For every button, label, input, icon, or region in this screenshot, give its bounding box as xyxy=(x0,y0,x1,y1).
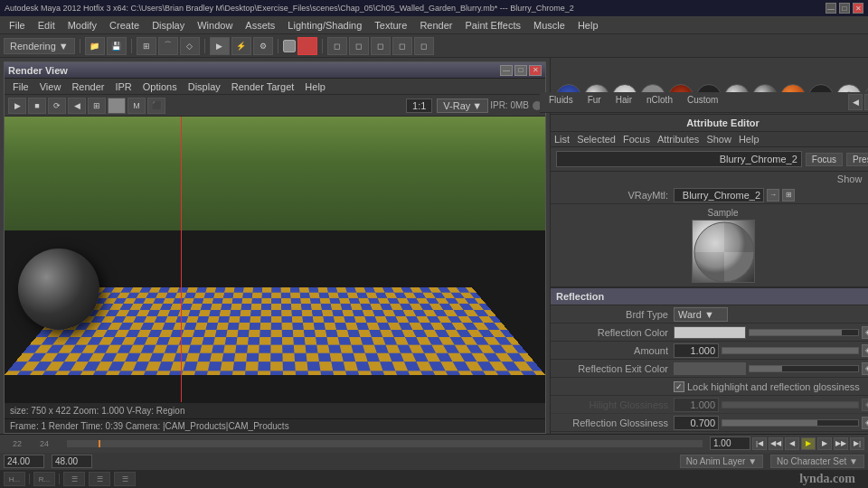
menu-create[interactable]: Create xyxy=(104,19,145,32)
rv-color-btn[interactable] xyxy=(108,98,126,114)
rv-minimize-btn[interactable]: — xyxy=(500,65,513,76)
vray-material-link-btn[interactable]: → xyxy=(767,189,779,202)
menu-paint-effects[interactable]: Paint Effects xyxy=(459,19,526,32)
menu-help[interactable]: Help xyxy=(572,19,604,32)
rv-menu-options[interactable]: Options xyxy=(138,80,182,93)
panel-settings-btn[interactable]: ⚙ xyxy=(864,94,868,110)
toolbar-color-btn[interactable] xyxy=(297,37,317,55)
material-name-field[interactable] xyxy=(556,151,802,167)
menu-render[interactable]: Render xyxy=(414,19,458,32)
toolbar-extra-3[interactable]: ◻ xyxy=(371,37,391,55)
reflection-color-slider[interactable] xyxy=(749,329,859,336)
rv-menu-help[interactable]: Help xyxy=(300,80,330,93)
presets-button[interactable]: Presets xyxy=(846,153,868,166)
vray-material-extra-btn[interactable]: ⊞ xyxy=(782,189,795,202)
show-label[interactable]: Show xyxy=(837,174,863,184)
rv-menu-render[interactable]: Render xyxy=(67,80,108,93)
reflection-glossiness-link-btn[interactable]: ◈ xyxy=(862,417,868,429)
rv-close-btn[interactable]: ✕ xyxy=(529,65,542,76)
menu-lighting-shading[interactable]: Lighting/Shading xyxy=(282,19,367,32)
rv-channel-btn[interactable]: M xyxy=(127,98,146,114)
ae-menu-show[interactable]: Show xyxy=(706,134,731,145)
start-time-input[interactable] xyxy=(4,455,44,468)
hilight-glossiness-slider[interactable] xyxy=(722,401,859,408)
end-time-input[interactable] xyxy=(52,455,92,468)
timeline-track[interactable] xyxy=(67,440,703,447)
reflection-color-swatch[interactable] xyxy=(674,326,746,339)
rv-menu-view[interactable]: View xyxy=(35,80,66,93)
rv-render-btn[interactable]: ▶ xyxy=(8,98,26,114)
minimize-btn[interactable]: — xyxy=(826,3,836,14)
rv-maximize-btn[interactable]: □ xyxy=(514,65,527,76)
rv-menu-render-target[interactable]: Render Target xyxy=(227,80,299,93)
reflection-exit-swatch[interactable] xyxy=(674,362,746,375)
menu-edit[interactable]: Edit xyxy=(33,19,61,32)
close-btn[interactable]: ✕ xyxy=(853,3,863,14)
panel-collapse-btn[interactable]: ◀ xyxy=(848,94,863,110)
hilight-glossiness-link-btn[interactable]: ◈ xyxy=(862,399,868,411)
step-back-btn[interactable]: ◀◀ xyxy=(769,437,783,450)
menu-file[interactable]: File xyxy=(4,19,31,32)
menu-window[interactable]: Window xyxy=(192,19,238,32)
tab-hair[interactable]: Hair xyxy=(612,94,636,110)
toolbar-extra-5[interactable]: ◻ xyxy=(414,37,434,55)
rv-menu-display[interactable]: Display xyxy=(184,80,225,93)
rv-snap-btn[interactable]: ⊞ xyxy=(88,98,106,114)
go-end-btn[interactable]: ▶| xyxy=(850,437,864,450)
menu-display[interactable]: Display xyxy=(146,19,190,32)
toolbar-render-btn[interactable]: ▶ xyxy=(210,37,230,55)
prev-frame-btn[interactable]: ◀ xyxy=(785,437,799,450)
reflection-glossiness-input[interactable] xyxy=(674,416,719,430)
dock-btn-h[interactable]: H... xyxy=(4,472,25,486)
tab-ncloth[interactable]: nCloth xyxy=(643,94,676,110)
step-forward-btn[interactable]: ▶▶ xyxy=(834,437,848,450)
current-time-input[interactable] xyxy=(710,436,750,450)
toolbar-extra-1[interactable]: ◻ xyxy=(327,37,347,55)
reflection-color-link-btn[interactable]: ◈ xyxy=(862,326,868,339)
next-frame-btn[interactable]: ▶ xyxy=(817,437,832,450)
ae-menu-attributes[interactable]: Attributes xyxy=(657,134,699,145)
toolbar-open-btn[interactable]: 📁 xyxy=(85,37,105,55)
rendering-dropdown[interactable]: Rendering ▼ xyxy=(4,38,75,54)
menu-assets[interactable]: Assets xyxy=(240,19,280,32)
toolbar-snap-grid-btn[interactable]: ⊞ xyxy=(137,37,156,55)
ae-menu-help[interactable]: Help xyxy=(739,134,760,145)
menu-modify[interactable]: Modify xyxy=(62,19,102,32)
no-character-set-selector[interactable]: No Character Set ▼ xyxy=(770,455,864,468)
maximize-btn[interactable]: □ xyxy=(839,3,850,14)
go-start-btn[interactable]: |◀ xyxy=(752,437,767,450)
toolbar-extra-4[interactable]: ◻ xyxy=(392,37,412,55)
menu-texture[interactable]: Texture xyxy=(369,19,412,32)
brdf-type-dropdown[interactable]: Ward ▼ xyxy=(674,307,728,322)
reflection-exit-link-btn[interactable]: ◈ xyxy=(862,362,868,375)
dock-btn-1[interactable]: ☰ xyxy=(63,472,85,486)
toolbar-snap-point-btn[interactable]: ◇ xyxy=(180,37,200,55)
toolbar-ipr-btn[interactable]: ⚡ xyxy=(231,37,251,55)
rv-menu-file[interactable]: File xyxy=(8,80,33,93)
amount-input[interactable] xyxy=(674,343,719,358)
reflection-glossiness-slider[interactable] xyxy=(722,419,859,427)
amount-link-btn[interactable]: ◈ xyxy=(862,344,868,357)
ae-menu-selected[interactable]: Selected xyxy=(577,134,616,145)
toolbar-settings-btn[interactable]: ⚙ xyxy=(253,37,273,55)
dock-btn-r[interactable]: R... xyxy=(33,472,55,486)
rv-mask-btn[interactable]: ⬛ xyxy=(147,98,165,114)
rv-refresh-btn[interactable]: ⟳ xyxy=(48,98,66,114)
dock-btn-3[interactable]: ☰ xyxy=(114,472,136,486)
toolbar-snap-curve-btn[interactable]: ⌒ xyxy=(158,37,178,55)
ae-menu-list[interactable]: List xyxy=(554,134,570,145)
menu-muscle[interactable]: Muscle xyxy=(528,19,571,32)
vray-material-input[interactable] xyxy=(674,188,764,202)
rv-menu-ipr[interactable]: IPR xyxy=(110,80,136,93)
rv-prev-btn[interactable]: ◀ xyxy=(68,98,86,114)
amount-slider[interactable] xyxy=(722,347,859,354)
ae-menu-focus[interactable]: Focus xyxy=(623,134,650,145)
toolbar-select-btn[interactable] xyxy=(283,40,296,52)
toolbar-extra-2[interactable]: ◻ xyxy=(349,37,369,55)
hilight-glossiness-input[interactable] xyxy=(674,398,719,412)
lock-highlight-checkbox[interactable] xyxy=(674,381,684,392)
play-btn[interactable]: ▶ xyxy=(801,437,816,450)
no-anim-layer-selector[interactable]: No Anim Layer ▼ xyxy=(680,455,763,468)
renderer-dropdown[interactable]: V-Ray ▼ xyxy=(437,99,488,113)
rv-stop-btn[interactable]: ■ xyxy=(28,98,46,114)
